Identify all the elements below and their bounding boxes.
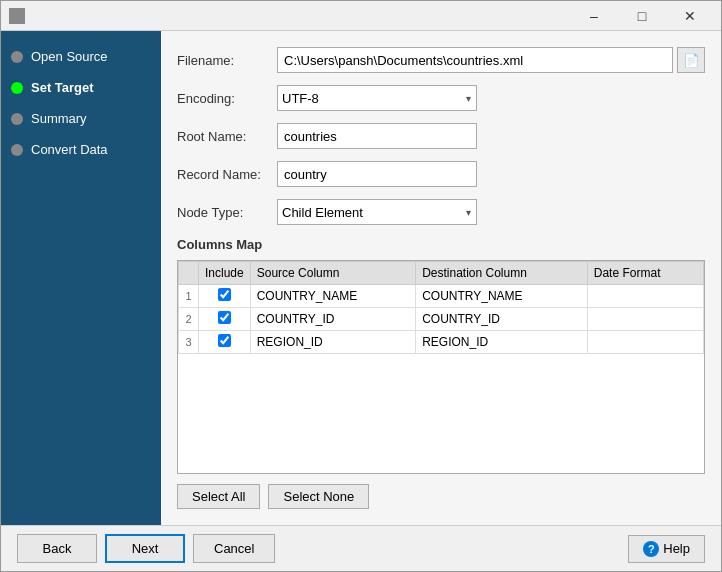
sidebar-label-convert-data: Convert Data (31, 142, 108, 157)
table-row[interactable]: 2 COUNTRY_ID COUNTRY_ID (179, 308, 704, 331)
source-column-cell: COUNTRY_NAME (250, 285, 415, 308)
sidebar-label-open-source: Open Source (31, 49, 108, 64)
cancel-button[interactable]: Cancel (193, 534, 275, 563)
table-row[interactable]: 3 REGION_ID REGION_ID (179, 331, 704, 354)
help-label: Help (663, 541, 690, 556)
encoding-select[interactable]: UTF-8 UTF-16 ISO-8859-1 ASCII (277, 85, 477, 111)
th-include: Include (199, 262, 251, 285)
footer-nav-buttons: Back Next Cancel (17, 534, 275, 563)
th-source-column: Source Column (250, 262, 415, 285)
sidebar-item-summary[interactable]: Summary (1, 103, 161, 134)
sidebar-label-summary: Summary (31, 111, 87, 126)
browse-icon: 📄 (683, 53, 700, 68)
include-cell[interactable] (199, 308, 251, 331)
sidebar: Open Source Set Target Summary Convert D… (1, 31, 161, 525)
sidebar-item-convert-data[interactable]: Convert Data (1, 134, 161, 165)
back-button[interactable]: Back (17, 534, 97, 563)
destination-column-cell: COUNTRY_NAME (416, 285, 588, 308)
record-name-input[interactable] (277, 161, 477, 187)
main-window: – □ ✕ Open Source Set Target Summary Con… (0, 0, 722, 572)
select-all-button[interactable]: Select All (177, 484, 260, 509)
sidebar-dot-open-source (11, 51, 23, 63)
filename-input[interactable] (277, 47, 673, 73)
source-column-cell: REGION_ID (250, 331, 415, 354)
root-name-input[interactable] (277, 123, 477, 149)
sidebar-dot-convert-data (11, 144, 23, 156)
close-button[interactable]: ✕ (667, 1, 713, 31)
node-type-row: Node Type: Child Element Attribute Text … (177, 199, 705, 225)
root-name-row: Root Name: (177, 123, 705, 149)
columns-map-table: Include Source Column Destination Column… (178, 261, 704, 354)
encoding-select-wrapper: UTF-8 UTF-16 ISO-8859-1 ASCII ▾ (277, 85, 477, 111)
include-cell[interactable] (199, 285, 251, 308)
browse-button[interactable]: 📄 (677, 47, 705, 73)
row-number: 2 (179, 308, 199, 331)
root-name-label: Root Name: (177, 129, 277, 144)
th-date-format: Date Format (587, 262, 703, 285)
maximize-button[interactable]: □ (619, 1, 665, 31)
date-format-cell (587, 331, 703, 354)
title-bar: – □ ✕ (1, 1, 721, 31)
destination-column-cell: COUNTRY_ID (416, 308, 588, 331)
th-row-num (179, 262, 199, 285)
include-checkbox[interactable] (218, 311, 231, 324)
filename-row: Filename: 📄 (177, 47, 705, 73)
content-area: Open Source Set Target Summary Convert D… (1, 31, 721, 525)
destination-column-cell: REGION_ID (416, 331, 588, 354)
next-button[interactable]: Next (105, 534, 185, 563)
minimize-button[interactable]: – (571, 1, 617, 31)
source-column-cell: COUNTRY_ID (250, 308, 415, 331)
sidebar-dot-set-target (11, 82, 23, 94)
record-name-label: Record Name: (177, 167, 277, 182)
table-row[interactable]: 1 COUNTRY_NAME COUNTRY_NAME (179, 285, 704, 308)
main-panel: Filename: 📄 Encoding: UTF-8 UTF-16 ISO-8… (161, 31, 721, 525)
bottom-buttons: Select All Select None (177, 484, 705, 509)
title-bar-controls: – □ ✕ (571, 1, 713, 31)
encoding-row: Encoding: UTF-8 UTF-16 ISO-8859-1 ASCII … (177, 85, 705, 111)
sidebar-item-open-source[interactable]: Open Source (1, 41, 161, 72)
columns-map-table-container[interactable]: Include Source Column Destination Column… (177, 260, 705, 474)
node-type-label: Node Type: (177, 205, 277, 220)
node-type-select-wrapper: Child Element Attribute Text ▾ (277, 199, 477, 225)
columns-map-label: Columns Map (177, 237, 705, 252)
date-format-cell (587, 285, 703, 308)
table-header-row: Include Source Column Destination Column… (179, 262, 704, 285)
filename-label: Filename: (177, 53, 277, 68)
title-bar-left (9, 8, 25, 24)
sidebar-label-set-target: Set Target (31, 80, 94, 95)
app-icon (9, 8, 25, 24)
include-cell[interactable] (199, 331, 251, 354)
date-format-cell (587, 308, 703, 331)
footer: Back Next Cancel ? Help (1, 525, 721, 571)
node-type-select[interactable]: Child Element Attribute Text (277, 199, 477, 225)
include-checkbox[interactable] (218, 288, 231, 301)
sidebar-dot-summary (11, 113, 23, 125)
select-none-button[interactable]: Select None (268, 484, 369, 509)
help-button[interactable]: ? Help (628, 535, 705, 563)
th-destination-column: Destination Column (416, 262, 588, 285)
filename-field-container: 📄 (277, 47, 705, 73)
row-number: 1 (179, 285, 199, 308)
encoding-label: Encoding: (177, 91, 277, 106)
include-checkbox[interactable] (218, 334, 231, 347)
table-body: 1 COUNTRY_NAME COUNTRY_NAME 2 COUNTRY_ID… (179, 285, 704, 354)
row-number: 3 (179, 331, 199, 354)
record-name-row: Record Name: (177, 161, 705, 187)
sidebar-item-set-target[interactable]: Set Target (1, 72, 161, 103)
help-icon: ? (643, 541, 659, 557)
